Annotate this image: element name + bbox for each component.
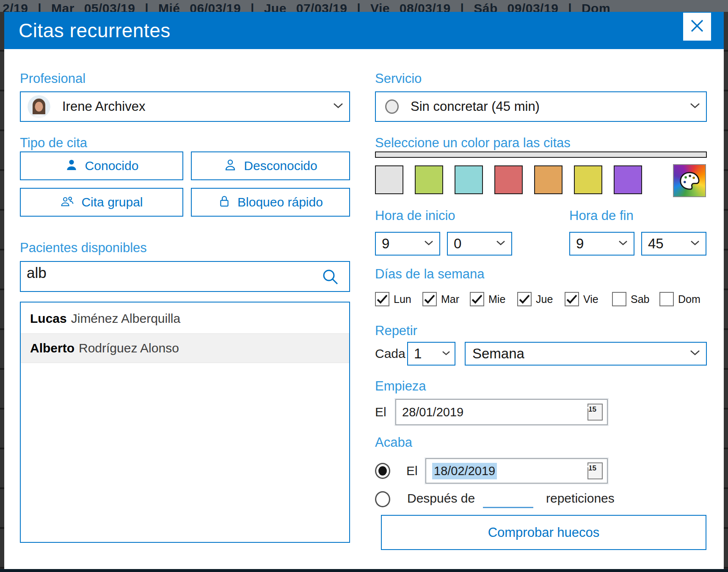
dialog-header: Citas recurrentes [4, 12, 724, 49]
repetitions-count-input[interactable] [483, 489, 533, 508]
repeticiones-label: repeticiones [546, 489, 615, 508]
servicio-dropdown[interactable]: Sin concretar (45 min) [375, 91, 707, 122]
desconocido-button-label: Desconocido [244, 159, 317, 173]
profesional-label: Profesional [20, 71, 85, 86]
empieza-label: Empieza [375, 379, 426, 394]
repetir-label: Repetir [375, 323, 417, 338]
weekday-checkbox-sab[interactable]: Sab [612, 292, 649, 306]
desconocido-button[interactable]: Desconocido [191, 151, 350, 180]
color-picker-label: Seleccione un color para las citas [375, 135, 571, 151]
close-icon [689, 18, 705, 36]
search-icon[interactable] [321, 268, 339, 287]
repeat-unit-dropdown[interactable]: Semana [465, 342, 707, 366]
close-button[interactable] [683, 13, 711, 41]
cada-label: Cada [375, 342, 405, 366]
selected-color-bar [375, 151, 707, 158]
hora-fin-label: Hora de fin [569, 208, 634, 223]
color-swatch[interactable] [574, 165, 602, 194]
empieza-el-label: El [375, 399, 386, 425]
weekday-checkbox-jue[interactable]: Jue [517, 292, 553, 306]
person-filled-icon [65, 158, 78, 173]
end-after-repetitions-radio[interactable] [375, 491, 390, 507]
start-minute-dropdown[interactable]: 0 [447, 232, 512, 256]
servicio-label: Servicio [375, 71, 422, 86]
cita-grupal-button-label: Cita grupal [81, 195, 143, 209]
end-hour-dropdown[interactable]: 9 [569, 232, 634, 256]
color-swatch[interactable] [614, 165, 642, 194]
despues-de-label: Después de [407, 489, 475, 508]
color-swatch[interactable] [415, 165, 443, 194]
acaba-el-label: El [406, 458, 418, 484]
start-hour-dropdown[interactable]: 9 [375, 232, 440, 256]
checkbox-icon [659, 292, 674, 306]
weekday-label: Sab [631, 293, 649, 305]
end-date-input[interactable]: 18/02/2019 15 [425, 458, 608, 484]
patient-list-item[interactable]: Alberto Rodríguez Alonso [21, 333, 349, 363]
calendar-icon[interactable]: 15 [587, 404, 603, 421]
color-swatch[interactable] [375, 165, 403, 194]
patient-search-input[interactable]: alb [20, 261, 350, 292]
start-date-input[interactable]: 28/01/2019 15 [395, 399, 608, 425]
checkbox-icon [565, 292, 579, 306]
background-left-strip [0, 12, 4, 569]
comprobar-huecos-button[interactable]: Comprobar huecos [381, 515, 706, 550]
end-on-date-radio[interactable] [375, 463, 390, 479]
end-date-value: 18/02/2019 [432, 463, 497, 479]
servicio-selected-value: Sin concretar (45 min) [411, 99, 540, 114]
checkbox-icon [422, 292, 437, 306]
comprobar-huecos-label: Comprobar huecos [488, 525, 600, 540]
weekday-checkbox-mar[interactable]: Mar [422, 292, 459, 306]
end-minute-value: 45 [648, 236, 664, 252]
person-outline-icon [223, 158, 237, 173]
background-right-strip [724, 12, 728, 569]
checkbox-icon [470, 292, 484, 306]
chevron-down-icon [333, 103, 343, 110]
dialog-title: Citas recurrentes [19, 12, 171, 49]
end-minute-dropdown[interactable]: 45 [641, 232, 706, 256]
chevron-down-icon [690, 103, 700, 110]
custom-color-palette-icon[interactable] [673, 164, 706, 197]
calendar-icon-day: 15 [588, 464, 596, 472]
professional-avatar [28, 95, 50, 118]
patient-last-name: Jiménez Alberquilla [71, 311, 180, 326]
weekday-checkbox-lun[interactable]: Lun [375, 292, 411, 306]
weekday-label: Dom [678, 293, 700, 305]
patient-first-name: Alberto [30, 341, 74, 355]
bloqueo-rapido-button[interactable]: Bloqueo rápido [191, 188, 350, 217]
calendar-icon[interactable]: 15 [587, 462, 603, 479]
color-swatch[interactable] [455, 165, 483, 194]
checkbox-icon [375, 292, 389, 306]
background-bottom-strip [0, 569, 728, 572]
profesional-dropdown[interactable]: Irene Archivex [20, 91, 350, 122]
weekday-label: Vie [583, 293, 598, 305]
patient-search-value: alb [27, 264, 47, 281]
color-swatch[interactable] [534, 165, 563, 194]
bloqueo-rapido-button-label: Bloqueo rápido [237, 195, 323, 209]
chevron-down-icon [496, 240, 505, 248]
checkbox-icon [612, 292, 626, 306]
chevron-down-icon [424, 240, 433, 248]
conocido-button[interactable]: Conocido [20, 151, 183, 180]
weekday-label: Mie [488, 293, 505, 305]
hora-inicio-label: Hora de inicio [375, 208, 455, 223]
background-calendar-header: 2/19 | Mar 05/03/19 | Mié 06/03/19 | Jue… [0, 0, 728, 12]
patient-first-name: Lucas [30, 311, 67, 326]
tipo-de-cita-label: Tipo de cita [20, 135, 87, 151]
start-minute-value: 0 [454, 236, 461, 252]
repeat-every-dropdown[interactable]: 1 [407, 342, 455, 366]
color-swatch[interactable] [494, 165, 523, 194]
weekday-checkbox-dom[interactable]: Dom [659, 292, 700, 306]
weekday-label: Lun [394, 293, 411, 305]
weekday-checkbox-mie[interactable]: Mie [470, 292, 505, 306]
chevron-down-icon [442, 350, 450, 358]
acaba-label: Acaba [375, 435, 412, 450]
weekday-label: Jue [536, 293, 553, 305]
patient-list-item[interactable]: Lucas Jiménez Alberquilla [21, 304, 349, 333]
weekday-checkbox-vie[interactable]: Vie [565, 292, 598, 306]
start-date-value: 28/01/2019 [402, 405, 463, 419]
group-icon [60, 195, 74, 210]
conocido-button-label: Conocido [85, 159, 139, 173]
patient-last-name: Rodríguez Alonso [79, 341, 179, 355]
profesional-selected-value: Irene Archivex [62, 99, 145, 114]
cita-grupal-button[interactable]: Cita grupal [20, 188, 183, 217]
